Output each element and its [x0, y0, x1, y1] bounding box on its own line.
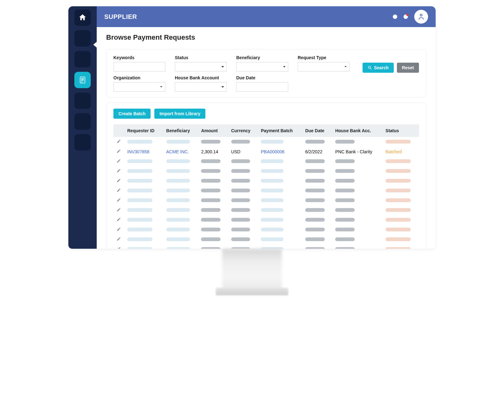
- col-due-date[interactable]: Due Date: [302, 124, 332, 137]
- svg-line-7: [370, 68, 372, 70]
- placeholder: [305, 169, 325, 173]
- placeholder: [201, 179, 220, 183]
- table-row: INV307858ACME INC.2,300.14USDPBA0000066/…: [113, 147, 419, 156]
- notification-icon[interactable]: [393, 14, 397, 19]
- sidebar-item-module-1[interactable]: [74, 51, 91, 67]
- edit-row-button[interactable]: [117, 149, 121, 154]
- filter-house-bank: House Bank Account: [175, 75, 227, 92]
- sidebar-active-pointer: [93, 42, 97, 48]
- app-window: $ SUPPLIER Browse Payment Requests: [68, 6, 436, 249]
- keywords-input[interactable]: [113, 62, 165, 71]
- placeholder: [305, 189, 325, 192]
- sidebar-item-payment-requests[interactable]: $: [74, 72, 91, 88]
- placeholder: [335, 198, 355, 202]
- placeholder: [231, 208, 250, 212]
- edit-row-button[interactable]: [117, 227, 121, 232]
- placeholder: [127, 159, 152, 163]
- placeholder: [261, 140, 284, 144]
- placeholder: [166, 159, 190, 163]
- cell-requester-id[interactable]: INV307858: [127, 149, 149, 154]
- sidebar-item-module-3[interactable]: [74, 93, 91, 109]
- cell-beneficiary[interactable]: ACME INC.: [166, 149, 189, 154]
- table-row: [113, 215, 419, 225]
- placeholder: [305, 140, 325, 144]
- table-row: [113, 156, 419, 166]
- placeholder: [201, 140, 220, 144]
- filter-organization: Organization: [113, 75, 165, 92]
- placeholder: [166, 189, 190, 192]
- reset-button-label: Reset: [402, 65, 414, 70]
- placeholder: [231, 159, 250, 163]
- placeholder: [305, 228, 325, 231]
- table-row: [113, 205, 419, 215]
- placeholder: [166, 247, 190, 249]
- pencil-icon: [117, 237, 121, 241]
- sidebar-item-module-4[interactable]: [74, 113, 91, 130]
- filter-status: Status: [175, 55, 227, 71]
- house-bank-select[interactable]: [175, 82, 227, 92]
- sidebar-item-module-5[interactable]: [74, 134, 91, 150]
- organization-select[interactable]: [113, 82, 165, 92]
- filter-due-date: Due Date: [236, 75, 288, 92]
- svg-text:$: $: [81, 81, 83, 83]
- edit-row-button[interactable]: [117, 198, 121, 203]
- placeholder: [166, 218, 190, 222]
- bell-icon[interactable]: [404, 14, 408, 19]
- placeholder: [305, 179, 325, 183]
- edit-row-button[interactable]: [117, 139, 121, 145]
- request-type-select[interactable]: [298, 62, 350, 71]
- placeholder: [127, 237, 152, 241]
- pencil-icon: [117, 149, 121, 153]
- search-button[interactable]: Search: [363, 63, 394, 73]
- import-library-label: Import from Library: [159, 111, 200, 116]
- placeholder: [261, 179, 284, 183]
- reset-button[interactable]: Reset: [397, 63, 419, 73]
- edit-row-button[interactable]: [117, 247, 121, 249]
- due-date-input[interactable]: [236, 82, 288, 92]
- placeholder: [305, 159, 325, 163]
- col-payment-batch[interactable]: Payment Batch: [258, 124, 302, 137]
- placeholder: [335, 237, 355, 241]
- user-avatar[interactable]: [414, 10, 428, 24]
- placeholder: [261, 208, 284, 212]
- edit-row-button[interactable]: [117, 208, 121, 213]
- beneficiary-select[interactable]: [236, 62, 288, 71]
- filters-card: Keywords Status Beneficiary Request: [106, 49, 426, 98]
- edit-row-button[interactable]: [117, 179, 121, 184]
- edit-row-button[interactable]: [117, 218, 121, 223]
- cell-payment-batch[interactable]: PBA000006: [261, 149, 284, 154]
- col-status[interactable]: Status: [382, 124, 419, 137]
- placeholder: [166, 179, 190, 183]
- status-select[interactable]: [175, 62, 227, 71]
- edit-row-button[interactable]: [117, 237, 121, 242]
- create-batch-button[interactable]: Create Batch: [113, 109, 151, 119]
- col-edit: [113, 124, 124, 137]
- edit-row-button[interactable]: [117, 188, 121, 193]
- sidebar-item-dashboard[interactable]: [74, 30, 91, 47]
- table-row: [113, 166, 419, 176]
- sidebar-item-home[interactable]: [74, 9, 91, 26]
- placeholder: [335, 228, 355, 231]
- filter-due-date-label: Due Date: [236, 75, 288, 80]
- placeholder: [335, 179, 355, 183]
- placeholder: [261, 198, 284, 202]
- filter-house-bank-label: House Bank Account: [175, 75, 227, 80]
- pencil-icon: [117, 227, 121, 231]
- col-requester-id[interactable]: Requester ID: [124, 124, 163, 137]
- placeholder: [305, 237, 325, 241]
- col-amount[interactable]: Amount: [198, 124, 228, 137]
- cell-due-date: 6/2/2022: [305, 149, 323, 154]
- edit-row-button[interactable]: [117, 169, 121, 174]
- placeholder: [261, 237, 284, 241]
- table-row: [113, 244, 419, 249]
- col-currency[interactable]: Currency: [228, 124, 258, 137]
- placeholder: [127, 140, 152, 144]
- col-house-bank[interactable]: House Bank Acc.: [332, 124, 382, 137]
- placeholder: [166, 198, 190, 202]
- monitor-stand-neck: [222, 249, 282, 290]
- placeholder: [261, 159, 284, 163]
- edit-row-button[interactable]: [117, 159, 121, 164]
- col-beneficiary[interactable]: Beneficiary: [163, 124, 198, 137]
- import-library-button[interactable]: Import from Library: [154, 109, 205, 119]
- placeholder: [386, 140, 411, 144]
